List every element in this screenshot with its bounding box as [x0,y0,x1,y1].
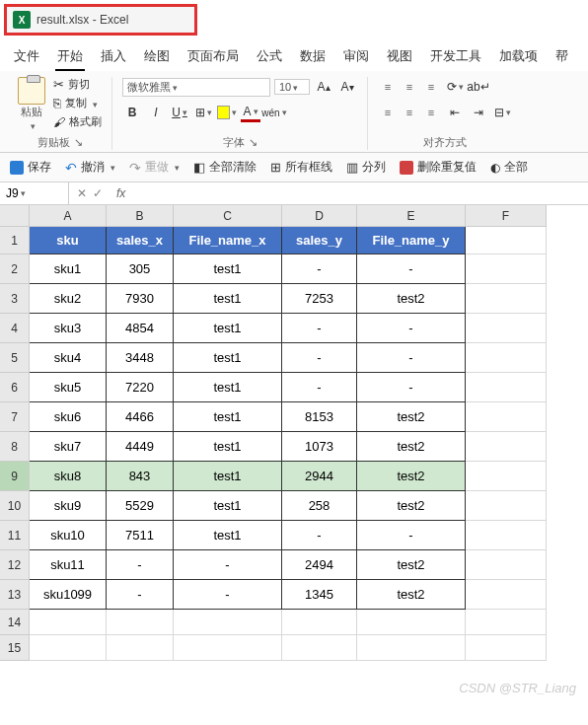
cell[interactable]: - [174,550,282,580]
cell[interactable]: test2 [357,491,466,521]
row-header[interactable]: 6 [0,373,30,402]
row-header[interactable]: 5 [0,343,30,373]
align-bottom-button[interactable]: ≡ [421,78,441,96]
cell[interactable]: 1345 [282,580,357,610]
underline-button[interactable]: U [170,103,189,122]
cell[interactable]: sku9 [30,491,107,521]
cell[interactable]: 4466 [107,402,174,432]
cell[interactable]: 7930 [107,284,174,314]
cell[interactable] [466,491,547,521]
cell[interactable]: 4854 [107,314,174,343]
cell[interactable] [466,521,547,550]
cell[interactable]: test1 [174,284,282,314]
redo-button[interactable]: 重做 [129,159,180,176]
cell[interactable]: 2944 [282,462,357,491]
decrease-indent-button[interactable]: ⇤ [445,103,465,122]
cell[interactable]: test2 [357,462,466,491]
cell[interactable]: 4449 [107,432,174,462]
align-right-button[interactable]: ≡ [421,104,441,121]
phonetic-button[interactable]: wén [264,103,284,122]
row-header[interactable]: 3 [0,284,30,314]
cell[interactable]: sku11 [30,550,107,580]
cell[interactable]: - [357,343,466,373]
undo-button[interactable]: 撤消 [65,159,115,176]
border-button[interactable] [193,103,213,122]
align-top-button[interactable]: ≡ [378,78,398,96]
cell[interactable] [107,635,174,661]
cell[interactable]: 258 [282,491,357,521]
all-button[interactable]: ◐ 全部 [490,159,528,176]
cut-button[interactable]: 剪切 [53,77,102,92]
cell[interactable]: File_name_y [357,227,466,254]
cell[interactable]: test1 [174,462,282,491]
cell[interactable]: test2 [357,432,466,462]
cell[interactable] [174,610,282,635]
cell[interactable] [174,635,282,661]
cell[interactable] [466,610,547,635]
tab-数据[interactable]: 数据 [298,43,328,71]
cell[interactable]: sales_y [282,227,357,254]
cell[interactable] [466,432,547,462]
cell[interactable]: sku4 [30,343,107,373]
row-header[interactable]: 11 [0,521,30,550]
cell[interactable] [282,610,357,635]
wrap-text-button[interactable]: ab↵ [469,77,488,97]
cell[interactable]: 2494 [282,550,357,580]
tab-页面布局[interactable]: 页面布局 [185,43,241,71]
cell[interactable]: test2 [357,284,466,314]
row-header[interactable]: 14 [0,610,30,635]
cell[interactable]: test1 [174,491,282,521]
cell[interactable]: - [107,580,174,610]
row-header[interactable]: 9 [0,462,30,491]
cell[interactable]: File_name_x [174,227,282,254]
cell[interactable] [466,580,547,610]
cell[interactable]: sku7 [30,432,107,462]
tab-公式[interactable]: 公式 [255,43,284,71]
row-header[interactable]: 15 [0,635,30,661]
row-header[interactable]: 4 [0,314,30,343]
cell[interactable]: - [282,521,357,550]
cell[interactable]: - [107,550,174,580]
cell[interactable]: 1073 [282,432,357,462]
cell[interactable]: 7220 [107,373,174,402]
tab-文件[interactable]: 文件 [12,43,41,71]
cell[interactable] [466,402,547,432]
name-box[interactable]: J9 [0,182,69,204]
row-header[interactable]: 12 [0,550,30,580]
cell[interactable]: test1 [174,254,282,284]
cell[interactable] [107,610,174,635]
cell[interactable] [466,343,547,373]
tab-开发工具[interactable]: 开发工具 [428,43,483,71]
cell[interactable]: - [357,373,466,402]
text-to-columns-button[interactable]: 分列 [346,159,386,176]
cancel-icon[interactable]: ✕ [77,186,87,200]
cell[interactable]: 305 [107,254,174,284]
dialog-launcher-icon[interactable]: ↘ [249,136,257,149]
tab-加载项[interactable]: 加载项 [497,43,540,71]
col-header-A[interactable]: A [30,205,107,227]
cell[interactable] [466,550,547,580]
remove-duplicates-button[interactable]: 删除重复值 [400,159,477,176]
italic-button[interactable]: I [146,103,166,122]
cell[interactable]: 843 [107,462,174,491]
cell[interactable]: sku1099 [30,580,107,610]
cell[interactable]: test2 [357,580,466,610]
cell[interactable]: test1 [174,343,282,373]
cell[interactable] [30,635,107,661]
cell[interactable]: sku6 [30,402,107,432]
tab-开始[interactable]: 开始 [55,43,85,71]
align-left-button[interactable]: ≡ [378,104,398,121]
dialog-launcher-icon[interactable]: ↘ [74,136,83,149]
cell[interactable]: test1 [174,373,282,402]
cell[interactable] [357,635,466,661]
cell[interactable]: 8153 [282,402,357,432]
cell[interactable] [30,610,107,635]
merge-button[interactable]: ⊟ [492,103,512,122]
cell[interactable]: - [357,521,466,550]
tab-绘图[interactable]: 绘图 [142,43,172,71]
cell[interactable]: test2 [357,550,466,580]
cell[interactable]: sku3 [30,314,107,343]
tab-插入[interactable]: 插入 [99,43,128,71]
tab-视图[interactable]: 视图 [385,43,414,71]
cell[interactable] [466,284,547,314]
